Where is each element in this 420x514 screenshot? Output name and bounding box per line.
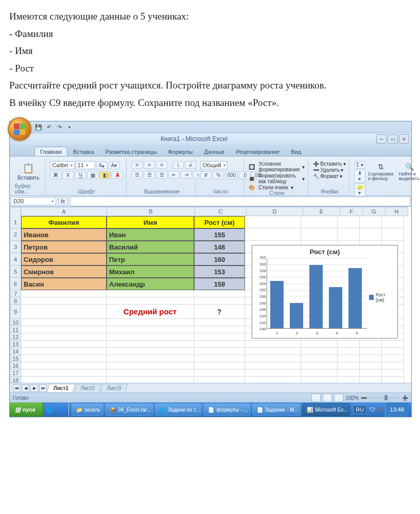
italic-button[interactable]: К: [62, 171, 74, 179]
taskbar-item-active[interactable]: 📊 Microsoft Ex...: [302, 403, 350, 416]
avg-value[interactable]: ?: [194, 305, 245, 319]
percent-icon[interactable]: %: [213, 171, 224, 179]
cell-fam[interactable]: Иванов: [21, 228, 107, 241]
col-header[interactable]: H: [386, 207, 408, 216]
table-header[interactable]: Фамилия: [21, 216, 107, 228]
tray-icon[interactable]: 🛡: [370, 406, 375, 413]
format-table-button[interactable]: 🔳 Форматировать как таблицу ▾: [249, 173, 305, 184]
bold-button[interactable]: Ж: [50, 171, 61, 179]
row-header[interactable]: 1: [10, 216, 21, 228]
table-header[interactable]: Имя: [107, 216, 194, 228]
insert-cells-button[interactable]: ➕ Вставить ▾: [313, 161, 345, 167]
ribbon-tab-review[interactable]: Рецензирование: [230, 147, 285, 156]
formula-bar[interactable]: [70, 197, 410, 206]
cond-format-button[interactable]: 🔲 Условное форматирование ▾: [249, 161, 305, 172]
ribbon-tab-data[interactable]: Данные: [198, 147, 230, 156]
align-right-icon[interactable]: ☰: [156, 171, 167, 179]
format-cells-button[interactable]: 🔧 Формат ▾: [313, 173, 342, 179]
lang-indicator[interactable]: RU: [353, 405, 366, 414]
ie-icon[interactable]: 🌀: [57, 404, 67, 415]
view-break-icon[interactable]: [334, 394, 343, 402]
office-button[interactable]: [8, 117, 31, 141]
ribbon-tab-home[interactable]: Главная: [34, 147, 67, 156]
col-header[interactable]: E: [303, 207, 340, 216]
clear-icon[interactable]: 🧽 ▾: [354, 183, 365, 197]
paste-button[interactable]: 📋 Вставить: [15, 161, 42, 182]
select-all-corner[interactable]: [10, 207, 21, 217]
font-color-button[interactable]: A: [112, 171, 123, 179]
sheet-tab[interactable]: Лист3: [100, 384, 128, 392]
align-top-icon[interactable]: ≡: [131, 161, 143, 169]
sheet-tab[interactable]: Лист1: [47, 384, 75, 392]
align-mid-icon[interactable]: ≡: [144, 161, 155, 169]
indent-inc-icon[interactable]: ⇥: [181, 171, 192, 179]
shrink-font-icon[interactable]: A▾: [109, 162, 120, 169]
delete-cells-button[interactable]: ➖ Удалить ▾: [313, 167, 343, 173]
fill-icon[interactable]: ⬇ ▾: [354, 169, 365, 183]
sheet-nav-prev-icon[interactable]: ◀: [22, 384, 29, 392]
font-size-combo[interactable]: 11▾: [76, 161, 95, 169]
col-header[interactable]: B: [107, 207, 195, 216]
taskbar-clock[interactable]: 13:48: [385, 402, 408, 417]
save-icon[interactable]: 💾: [34, 123, 43, 131]
ribbon-tab-view[interactable]: Вид: [285, 147, 307, 156]
align-left-icon[interactable]: ☰: [131, 171, 143, 179]
taskbar-item[interactable]: 📦 34_Excel.rar...: [105, 403, 153, 416]
view-layout-icon[interactable]: [323, 394, 332, 402]
col-header[interactable]: F: [340, 207, 363, 216]
find-select-button[interactable]: 🔍 Найти и выделить: [396, 161, 420, 183]
taskbar-item[interactable]: 📁 эксель: [72, 403, 103, 416]
autosum-icon[interactable]: Σ ▾: [354, 161, 365, 169]
col-header[interactable]: G: [363, 207, 386, 216]
col-header[interactable]: D: [247, 207, 303, 216]
close-button[interactable]: ✕: [399, 134, 409, 144]
cell-name[interactable]: Иван: [107, 228, 194, 241]
taskbar-item[interactable]: 📄 формулы - ...: [203, 403, 250, 416]
cell-styles-button[interactable]: 🎨 Стили ячеек ▾: [249, 185, 293, 190]
chart-object[interactable]: Рост (см) 162160158156154152150148146144…: [252, 245, 398, 339]
font-family-combo[interactable]: Calibri▾: [50, 161, 74, 169]
wrap-text-icon[interactable]: ↲: [185, 161, 196, 169]
cell-val[interactable]: 155: [194, 228, 245, 241]
number-format-combo[interactable]: Общий▾: [200, 161, 227, 169]
zoom-in-icon[interactable]: ➕: [402, 395, 408, 401]
view-normal-icon[interactable]: [311, 394, 321, 402]
col-header[interactable]: C: [195, 207, 247, 216]
align-center-icon[interactable]: ☰: [144, 171, 155, 179]
qat-more-icon[interactable]: ▾: [65, 123, 74, 131]
sheet-tab[interactable]: Лист2: [74, 384, 102, 392]
sort-filter-button[interactable]: ⇅ Сортировка и фильтр: [367, 161, 394, 183]
comma-icon[interactable]: 000: [225, 171, 238, 179]
taskbar-item[interactable]: 📄 Задание - М...: [252, 403, 301, 416]
indent-dec-icon[interactable]: ⇤: [168, 171, 180, 179]
sheet-nav-first-icon[interactable]: ⏮: [13, 384, 21, 392]
underline-button[interactable]: Ч: [75, 171, 86, 179]
minimize-button[interactable]: ─: [376, 134, 387, 144]
fx-icon[interactable]: fx: [58, 197, 68, 205]
currency-icon[interactable]: ₽: [200, 171, 212, 179]
col-header[interactable]: A: [21, 207, 107, 216]
border-button[interactable]: ▦: [87, 171, 98, 179]
avg-label[interactable]: Средний рост: [107, 305, 194, 319]
name-box[interactable]: D20▾: [11, 197, 56, 205]
sheet-nav-last-icon[interactable]: ⏭: [39, 384, 47, 392]
maximize-button[interactable]: ▭: [388, 134, 398, 144]
zoom-out-icon[interactable]: ➖: [361, 395, 367, 401]
ribbon-tab-insert[interactable]: Вставка: [67, 147, 100, 156]
tray-icon[interactable]: K: [378, 406, 382, 413]
fill-color-button[interactable]: ◧: [99, 171, 111, 179]
redo-icon[interactable]: ↷: [55, 123, 63, 131]
table-header[interactable]: Рост (см): [194, 216, 245, 228]
grow-font-icon[interactable]: A▴: [96, 162, 108, 169]
ribbon-tab-formulas[interactable]: Формулы: [163, 147, 199, 156]
undo-icon[interactable]: ↶: [45, 123, 53, 131]
start-button[interactable]: ⊞ пуск: [10, 402, 43, 417]
chrome-icon[interactable]: 🌐: [45, 404, 56, 415]
ribbon-tab-layout[interactable]: Разметка страницы: [100, 147, 163, 156]
sheet-nav-next-icon[interactable]: ▶: [30, 384, 38, 392]
taskbar-item[interactable]: 🌐 Задачи по т...: [155, 403, 202, 416]
zoom-slider[interactable]: [369, 397, 400, 399]
align-bot-icon[interactable]: ≡: [156, 161, 167, 169]
orientation-icon[interactable]: ⤹: [172, 161, 184, 169]
worksheet-grid[interactable]: A B C D E F G H 1 Фамилия Имя Рост (см) …: [10, 207, 411, 383]
